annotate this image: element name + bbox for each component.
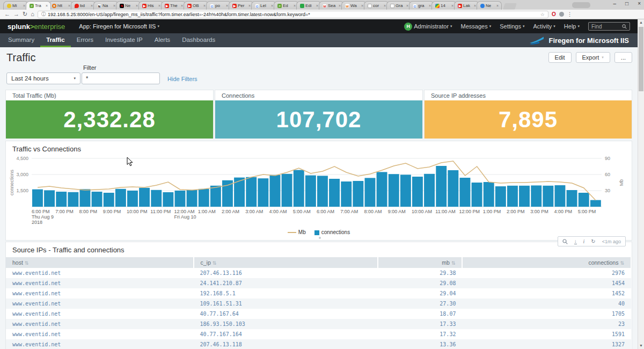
browser-tab[interactable]: ▶OB× bbox=[184, 1, 209, 10]
bar[interactable] bbox=[460, 178, 471, 207]
tab-close-icon[interactable]: × bbox=[406, 4, 408, 8]
bar[interactable] bbox=[210, 186, 221, 207]
tab-close-icon[interactable]: × bbox=[203, 4, 206, 8]
bar[interactable] bbox=[32, 190, 43, 207]
bar[interactable] bbox=[92, 192, 103, 207]
scrollbar-up-icon[interactable]: ▲ bbox=[638, 19, 644, 26]
minimize-icon[interactable]: – bbox=[613, 1, 617, 6]
bar[interactable] bbox=[44, 190, 55, 207]
menu-help[interactable]: Help▾ bbox=[564, 23, 580, 30]
bar[interactable] bbox=[484, 182, 494, 207]
tab-close-icon[interactable]: × bbox=[429, 4, 431, 8]
browser-tab[interactable]: MSea× bbox=[319, 1, 344, 10]
shield-extension-icon[interactable] bbox=[559, 12, 564, 17]
bar[interactable] bbox=[353, 181, 363, 207]
hide-filters-link[interactable]: Hide Filters bbox=[167, 76, 197, 82]
edit-button[interactable]: Edit bbox=[548, 52, 572, 63]
browser-tab[interactable]: >Ed× bbox=[274, 1, 299, 10]
url-field[interactable]: ⓘ 192.168.5.25:8000/en-US/app/firegen_ms… bbox=[38, 11, 548, 18]
bar[interactable] bbox=[139, 188, 150, 207]
bar[interactable] bbox=[329, 179, 340, 207]
browser-tab[interactable]: >Tra× bbox=[26, 1, 51, 10]
bar[interactable] bbox=[400, 174, 411, 207]
bar[interactable] bbox=[104, 193, 114, 207]
bar[interactable] bbox=[412, 177, 423, 207]
bar[interactable] bbox=[115, 189, 126, 207]
browser-tab[interactable]: 14× bbox=[431, 1, 457, 10]
profile-chip[interactable] bbox=[572, 2, 590, 8]
menu-messages[interactable]: Messages▾ bbox=[461, 23, 492, 30]
bar[interactable] bbox=[377, 172, 387, 207]
browser-tab[interactable]: ▶Per× bbox=[229, 1, 254, 10]
bookmark-star-icon[interactable]: ☆ bbox=[540, 12, 545, 17]
browser-tab[interactable]: Gra× bbox=[386, 1, 412, 10]
legend-item-connections[interactable]: connections bbox=[314, 229, 350, 235]
browser-tab[interactable]: ▶The× bbox=[161, 1, 186, 10]
export-button[interactable]: Export▾ bbox=[576, 52, 610, 63]
bar[interactable] bbox=[365, 178, 376, 207]
table-row[interactable]: www.eventid.net24.141.210.8729.081454 bbox=[6, 278, 631, 288]
bar[interactable] bbox=[56, 192, 67, 207]
bar[interactable] bbox=[234, 178, 245, 207]
bar[interactable] bbox=[495, 186, 506, 207]
tab-close-icon[interactable]: × bbox=[496, 4, 499, 8]
find-search-input[interactable]: Find bbox=[588, 22, 630, 31]
bar[interactable] bbox=[258, 178, 268, 207]
filter-input[interactable]: * bbox=[82, 72, 160, 84]
menu-settings[interactable]: Settings▾ bbox=[500, 23, 524, 30]
bar[interactable] bbox=[199, 189, 209, 207]
bar[interactable] bbox=[472, 183, 482, 207]
bar[interactable] bbox=[246, 177, 257, 207]
tab-close-icon[interactable]: × bbox=[91, 4, 93, 8]
bar[interactable] bbox=[175, 191, 186, 207]
tab-close-icon[interactable]: × bbox=[451, 4, 453, 8]
table-row[interactable]: www.eventid.net207.46.13.11629.382976 bbox=[6, 268, 631, 278]
panel-resize-dot[interactable] bbox=[319, 237, 321, 239]
tab-close-icon[interactable]: × bbox=[271, 4, 273, 8]
bar[interactable] bbox=[151, 190, 162, 207]
tab-summary[interactable]: Summary bbox=[2, 33, 40, 47]
tab-close-icon[interactable]: × bbox=[23, 4, 25, 8]
tab-close-icon[interactable]: × bbox=[68, 4, 70, 8]
close-icon[interactable]: × bbox=[638, 1, 641, 6]
scrollbar-down-icon[interactable]: ▼ bbox=[638, 343, 644, 349]
bar[interactable] bbox=[305, 176, 316, 207]
user-menu[interactable]: H Administrator ▾ bbox=[404, 23, 452, 31]
tab-errors[interactable]: Errors bbox=[71, 33, 99, 47]
tab-traffic[interactable]: Traffic bbox=[40, 33, 71, 47]
export-download-icon[interactable]: ↓ bbox=[574, 239, 577, 244]
app-menu[interactable]: App: Firegen for Microsoft IIS ▾ bbox=[79, 23, 159, 30]
new-tab-button[interactable] bbox=[503, 3, 517, 10]
browser-tab[interactable]: bd× bbox=[71, 1, 96, 10]
bar[interactable] bbox=[187, 190, 197, 207]
bar[interactable] bbox=[436, 166, 447, 207]
column-header-c_ip[interactable]: c_ip⇅ bbox=[194, 257, 378, 268]
tab-dashboards[interactable]: Dashboards bbox=[176, 33, 221, 47]
refresh-icon[interactable]: ↻ bbox=[591, 239, 595, 244]
browser-tab[interactable]: WWa× bbox=[341, 1, 367, 10]
bar[interactable] bbox=[531, 185, 541, 207]
forward-icon[interactable]: → bbox=[13, 11, 19, 17]
kpi-value-block[interactable]: 107,702 bbox=[215, 100, 422, 139]
tab-close-icon[interactable]: × bbox=[294, 4, 296, 8]
table-row[interactable]: www.eventid.net192.168.5.129.041452 bbox=[6, 288, 631, 299]
bar[interactable] bbox=[507, 186, 518, 207]
tab-close-icon[interactable]: × bbox=[474, 4, 476, 8]
opera-extension-icon[interactable]: O bbox=[552, 11, 556, 17]
bar[interactable] bbox=[80, 189, 91, 207]
bar[interactable] bbox=[448, 170, 458, 207]
table-row[interactable]: www.eventid.net109.161.51.3127.3040 bbox=[6, 299, 631, 309]
reload-icon[interactable]: ↻ bbox=[23, 11, 27, 17]
page-info-icon[interactable]: ⓘ bbox=[41, 11, 46, 17]
maximize-icon[interactable]: □ bbox=[625, 1, 628, 6]
tab-close-icon[interactable]: × bbox=[181, 4, 183, 8]
bar[interactable] bbox=[270, 175, 281, 207]
tab-close-icon[interactable]: × bbox=[226, 4, 228, 8]
bar[interactable] bbox=[543, 186, 553, 207]
tab-investigate-ip[interactable]: Investigate IP bbox=[99, 33, 149, 47]
legend-item-mb[interactable]: Mb bbox=[288, 229, 306, 235]
tab-close-icon[interactable]: × bbox=[113, 4, 115, 8]
bar[interactable] bbox=[567, 190, 577, 207]
menu-activity[interactable]: Activity▾ bbox=[533, 23, 555, 30]
browser-tab[interactable]: ▶His× bbox=[138, 1, 164, 10]
